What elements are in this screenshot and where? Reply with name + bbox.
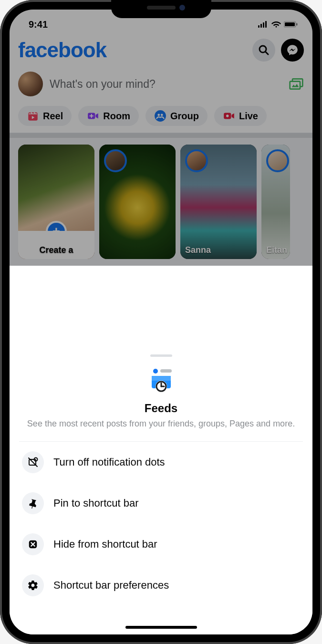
sheet-handle[interactable] xyxy=(150,354,172,357)
sheet-subtitle: See the most recent posts from your frie… xyxy=(19,418,303,430)
option-pin[interactable]: Pin to shortcut bar xyxy=(19,483,303,524)
sheet-title: Feeds xyxy=(19,402,303,415)
option-label: Pin to shortcut bar xyxy=(53,497,139,509)
svg-point-16 xyxy=(153,369,158,374)
feeds-icon xyxy=(147,366,176,395)
device-notch xyxy=(111,0,211,18)
option-hide[interactable]: Hide from shortcut bar xyxy=(19,524,303,565)
option-label: Turn off notification dots xyxy=(53,456,165,468)
modal-backdrop[interactable] xyxy=(10,10,312,266)
option-label: Shortcut bar preferences xyxy=(53,579,169,592)
svg-rect-19 xyxy=(152,376,171,381)
hide-icon xyxy=(22,533,44,555)
screen: 9:41 facebook xyxy=(10,10,312,634)
pin-icon xyxy=(22,492,44,514)
option-turn-off-dots[interactable]: Turn off notification dots xyxy=(19,442,303,483)
option-label: Hide from shortcut bar xyxy=(53,538,157,551)
gear-icon xyxy=(22,574,44,596)
bottom-sheet: Feeds See the most recent posts from you… xyxy=(10,348,312,634)
home-indicator[interactable] xyxy=(125,626,197,629)
svg-rect-17 xyxy=(160,369,172,373)
option-preferences[interactable]: Shortcut bar preferences xyxy=(19,565,303,606)
device-frame: 9:41 facebook xyxy=(0,0,322,644)
notification-dots-off-icon xyxy=(22,451,44,473)
background-content: 9:41 facebook xyxy=(10,10,312,266)
sheet-header: Feeds See the most recent posts from you… xyxy=(19,366,303,442)
